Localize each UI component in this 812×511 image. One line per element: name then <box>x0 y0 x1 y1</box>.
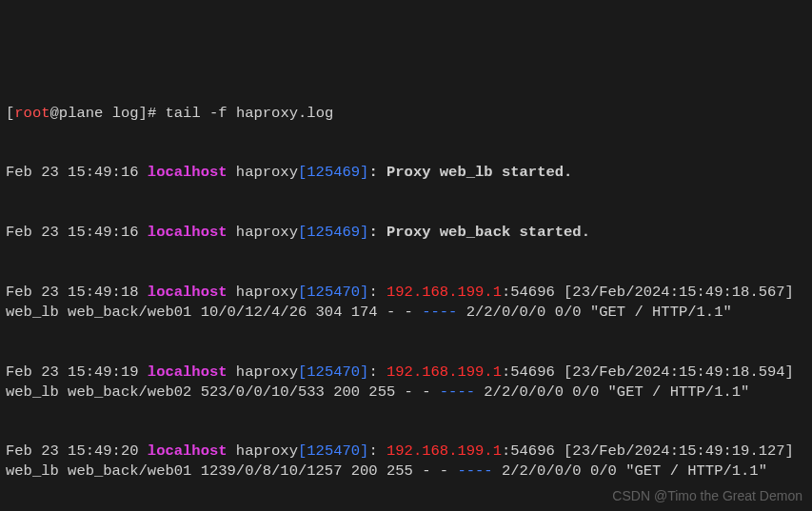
log-line: Feb 23 15:49:18 localhost haproxy[125470… <box>6 283 806 323</box>
watermark-text: CSDN @Timo the Great Demon <box>612 487 802 505</box>
pid: 125469 <box>307 224 360 241</box>
hostname: localhost <box>148 224 228 241</box>
hostname: localhost <box>148 442 228 460</box>
prompt-hash: # <box>148 105 166 122</box>
log-line: Feb 23 15:49:19 localhost haproxy[125470… <box>6 363 806 403</box>
client-ip: 192.168.199.1 <box>386 442 502 460</box>
client-ip: 192.168.199.1 <box>386 284 502 301</box>
terminal-output: [root@plane log]# tail -f haproxy.log Fe… <box>6 84 806 511</box>
log-line: Feb 23 15:49:16 localhost haproxy[125469… <box>6 223 806 243</box>
bracket-open: [ <box>6 105 14 122</box>
dashes: ---- <box>457 462 492 480</box>
pid: 125470 <box>307 284 360 301</box>
log-line: Feb 23 15:49:16 localhost haproxy[125469… <box>6 163 806 183</box>
dashes: ---- <box>422 304 457 321</box>
shell-prompt-line: [root@plane log]# tail -f haproxy.log <box>6 104 806 124</box>
pid: 125470 <box>307 364 360 381</box>
prompt-host: plane <box>59 105 104 122</box>
prompt-path: log <box>103 105 138 122</box>
hostname: localhost <box>148 164 228 181</box>
client-ip: 192.168.199.1 <box>386 364 502 381</box>
prompt-at: @ <box>50 105 59 122</box>
bracket-close: ] <box>139 105 148 122</box>
pid: 125470 <box>307 442 360 460</box>
log-line: Feb 23 15:49:20 localhost haproxy[125470… <box>6 442 806 482</box>
command-text: tail -f haproxy.log <box>166 105 334 122</box>
prompt-user: root <box>14 105 50 122</box>
hostname: localhost <box>148 364 228 381</box>
dashes: ---- <box>440 383 475 401</box>
hostname: localhost <box>148 284 228 301</box>
pid: 125469 <box>307 164 360 181</box>
